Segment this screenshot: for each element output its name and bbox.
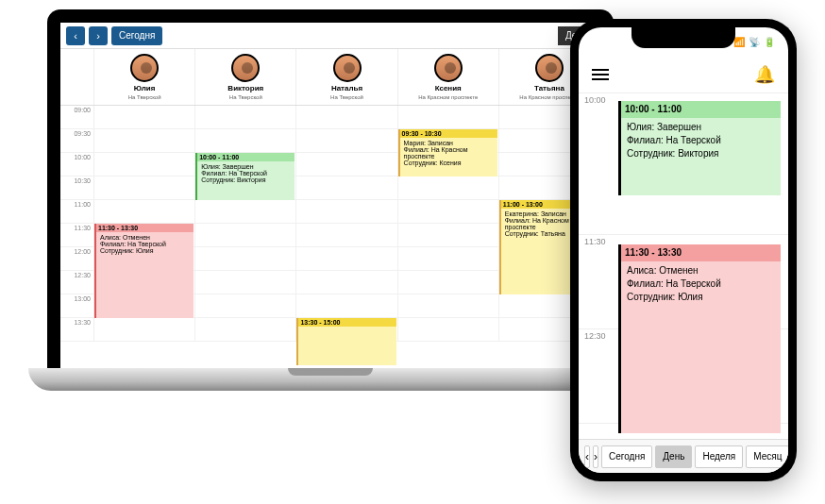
mobile-footer: ‹ › Сегодня День Неделя Месяц bbox=[579, 439, 788, 473]
battery-icon: 🔋 bbox=[764, 37, 775, 47]
signal-icon: 📶 bbox=[733, 37, 745, 47]
next-button[interactable]: › bbox=[89, 26, 108, 45]
staff-column: ЮлияНа Тверской bbox=[94, 49, 195, 105]
staff-column: ВикторияНа Тверской bbox=[195, 49, 296, 105]
calendar-event[interactable]: 10:00 - 11:00Юлия: ЗавершенФилиал: На Тв… bbox=[195, 153, 295, 200]
staff-column: НатальяНа Тверской bbox=[296, 49, 397, 105]
calendar-event[interactable]: 13:30 - 15:00 bbox=[296, 318, 396, 365]
today-button[interactable]: Сегодня bbox=[111, 26, 162, 45]
staff-column: КсенияНа Красном проспекте bbox=[398, 49, 499, 105]
wifi-icon: 📡 bbox=[749, 37, 760, 47]
laptop-device: ‹ › Сегодня День ЮлияНа Тверской Виктори… bbox=[28, 9, 632, 415]
mobile-prev-button[interactable]: ‹ bbox=[584, 445, 590, 468]
mobile-calendar-event[interactable]: 11:30 - 13:30Алиса: ОтмененФилиал: На Тв… bbox=[618, 244, 781, 433]
toolbar: ‹ › Сегодня День bbox=[60, 23, 600, 49]
calendar-event[interactable]: 09:30 - 10:30Мария: ЗаписанФилиал: На Кр… bbox=[398, 129, 497, 176]
staff-header: ЮлияНа Тверской ВикторияНа Тверской Ната… bbox=[60, 49, 600, 106]
avatar bbox=[535, 54, 564, 82]
calendar-event[interactable]: 11:30 - 13:30Алиса: ОтмененФилиал: На Тв… bbox=[94, 224, 194, 318]
avatar bbox=[434, 54, 463, 82]
desktop-app: ‹ › Сегодня День ЮлияНа Тверской Виктори… bbox=[60, 23, 600, 368]
phone-notch bbox=[631, 27, 735, 48]
bell-icon[interactable]: 🔔 bbox=[754, 64, 775, 85]
mobile-day-button[interactable]: День bbox=[655, 445, 692, 468]
mobile-next-button[interactable]: › bbox=[593, 445, 598, 468]
mobile-schedule[interactable]: 10:0011:3012:3010:00 - 11:00Юлия: Заверш… bbox=[579, 93, 788, 439]
prev-button[interactable]: ‹ bbox=[66, 26, 85, 45]
mobile-week-button[interactable]: Неделя bbox=[695, 445, 743, 468]
avatar bbox=[231, 54, 260, 82]
mobile-calendar-event[interactable]: 10:00 - 11:00Юлия: ЗавершенФилиал: На Тв… bbox=[618, 101, 781, 195]
mobile-header: 🔔 bbox=[579, 56, 788, 93]
menu-icon[interactable] bbox=[592, 69, 609, 80]
avatar bbox=[130, 54, 159, 82]
avatar bbox=[333, 54, 362, 82]
schedule-grid[interactable]: 09:0009:3010:0010:3011:0011:3012:0012:30… bbox=[60, 106, 600, 368]
phone-device: 📶 📡 🔋 🔔 10:0011:3012:3010:00 - 11:00Юлия… bbox=[570, 19, 797, 481]
mobile-today-button[interactable]: Сегодня bbox=[601, 445, 652, 468]
mobile-month-button[interactable]: Месяц bbox=[746, 445, 788, 468]
